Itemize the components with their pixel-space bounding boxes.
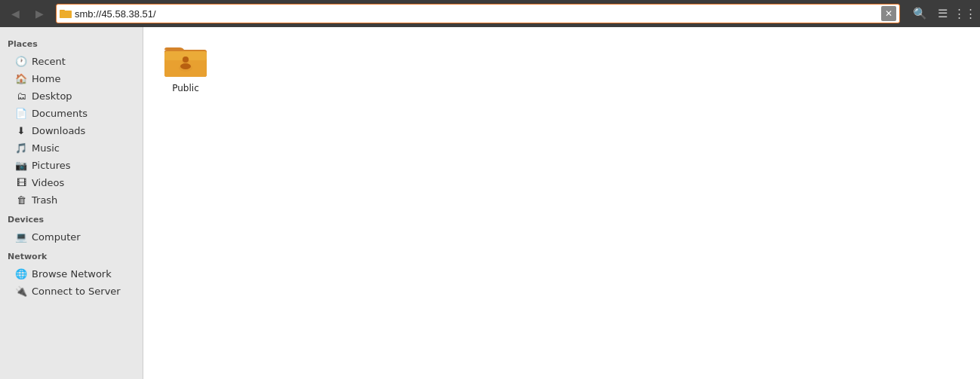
sidebar-item-computer-label: Computer xyxy=(32,231,81,243)
downloads-icon: ⬇ xyxy=(15,124,27,136)
public-folder-label: Public xyxy=(172,83,199,93)
desktop-icon: 🗂 xyxy=(15,90,27,102)
sidebar-item-videos[interactable]: 🎞 Videos xyxy=(3,174,140,191)
file-area: Public xyxy=(143,27,980,379)
address-folder-icon xyxy=(60,8,72,20)
sidebar-item-music[interactable]: 🎵 Music xyxy=(3,139,140,156)
sidebar-item-home-label: Home xyxy=(32,73,60,84)
search-button[interactable]: 🔍 xyxy=(909,4,930,23)
svg-point-8 xyxy=(183,57,189,63)
back-icon: ◀ xyxy=(11,8,20,20)
places-header: Places xyxy=(0,33,143,52)
address-clear-button[interactable]: ✕ xyxy=(881,6,896,21)
forward-icon: ▶ xyxy=(35,8,44,20)
toolbar-right-buttons: 🔍 ☰ ⋮⋮ xyxy=(909,4,975,23)
sidebar-item-downloads-label: Downloads xyxy=(32,125,85,136)
toolbar: ◀ ▶ ✕ 🔍 ☰ ⋮⋮ xyxy=(0,0,980,27)
sidebar-item-pictures[interactable]: 📷 Pictures xyxy=(3,157,140,173)
computer-icon: 💻 xyxy=(15,231,27,243)
recent-icon: 🕐 xyxy=(15,55,27,67)
sidebar-item-connect-server-label: Connect to Server xyxy=(32,286,121,297)
trash-icon: 🗑 xyxy=(15,194,27,206)
sidebar-item-music-label: Music xyxy=(32,142,60,154)
svg-point-9 xyxy=(180,63,191,69)
sidebar-item-desktop[interactable]: 🗂 Desktop xyxy=(3,87,140,104)
sidebar-item-desktop-label: Desktop xyxy=(32,90,72,102)
documents-icon: 📄 xyxy=(15,107,27,119)
grid-icon: ⋮⋮ xyxy=(954,7,976,20)
address-bar: ✕ xyxy=(56,4,900,23)
sidebar-item-pictures-label: Pictures xyxy=(32,160,70,171)
browse-network-icon: 🌐 xyxy=(15,267,27,280)
sidebar-item-trash[interactable]: 🗑 Trash xyxy=(3,191,140,208)
public-folder-icon xyxy=(164,44,207,80)
sidebar-item-browse-network[interactable]: 🌐 Browse Network xyxy=(3,265,140,282)
file-item-public[interactable]: Public xyxy=(155,39,216,98)
sidebar-item-recent-label: Recent xyxy=(32,56,66,67)
home-icon: 🏠 xyxy=(15,72,27,84)
menu-button[interactable]: ☰ xyxy=(932,4,953,23)
sidebar-item-computer[interactable]: 💻 Computer xyxy=(3,228,140,245)
search-icon: 🔍 xyxy=(913,7,927,20)
sidebar-item-downloads[interactable]: ⬇ Downloads xyxy=(3,122,140,139)
sidebar-item-videos-label: Videos xyxy=(32,177,64,188)
network-header: Network xyxy=(0,246,143,264)
videos-icon: 🎞 xyxy=(15,176,27,188)
devices-header: Devices xyxy=(0,209,143,228)
sidebar-item-browse-network-label: Browse Network xyxy=(32,268,112,280)
connect-server-icon: 🔌 xyxy=(15,285,27,297)
sidebar-item-documents[interactable]: 📄 Documents xyxy=(3,105,140,121)
grid-button[interactable]: ⋮⋮ xyxy=(954,4,975,23)
forward-button[interactable]: ▶ xyxy=(29,4,50,23)
sidebar-item-connect-server[interactable]: 🔌 Connect to Server xyxy=(3,283,140,299)
sidebar-item-trash-label: Trash xyxy=(32,194,57,206)
menu-icon: ☰ xyxy=(938,7,948,20)
sidebar-item-home[interactable]: 🏠 Home xyxy=(3,70,140,87)
back-button[interactable]: ◀ xyxy=(5,4,26,23)
sidebar-item-recent[interactable]: 🕐 Recent xyxy=(3,53,140,69)
address-input[interactable] xyxy=(75,8,881,20)
clear-icon: ✕ xyxy=(885,8,892,19)
sidebar-item-documents-label: Documents xyxy=(32,108,88,119)
music-icon: 🎵 xyxy=(15,142,27,154)
main-area: Places 🕐 Recent 🏠 Home 🗂 Desktop 📄 Docum… xyxy=(0,27,980,379)
sidebar: Places 🕐 Recent 🏠 Home 🗂 Desktop 📄 Docum… xyxy=(0,27,143,379)
svg-rect-2 xyxy=(60,11,72,18)
pictures-icon: 📷 xyxy=(15,159,27,171)
